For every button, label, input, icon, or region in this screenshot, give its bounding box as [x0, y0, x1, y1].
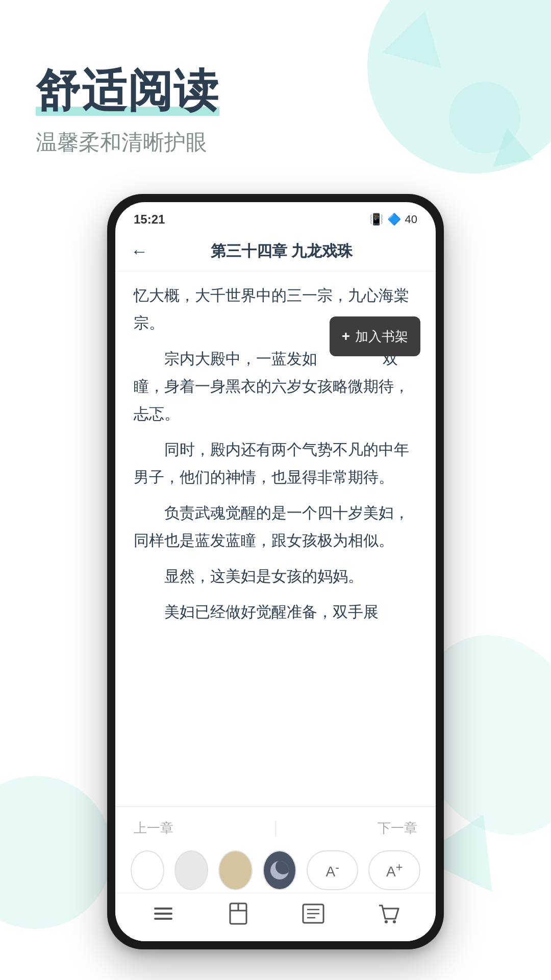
font-increase-btn[interactable]: A+: [368, 850, 420, 890]
bottom-nav-bar: [115, 893, 436, 941]
bookmark-icon: [226, 901, 251, 926]
bluetooth-icon: 🔷: [387, 213, 401, 226]
svg-rect-1: [154, 913, 172, 915]
main-title-text: 舒适阅读: [36, 65, 219, 116]
nav-divider: [276, 821, 276, 836]
sub-title: 温馨柔和清晰护眼: [36, 128, 515, 157]
phone-mockup: 15:21 📳 🔷 40 ← 第三十四章 九龙戏珠 加入书架 忆大概，大千世界中…: [107, 194, 444, 949]
nav-bookmark-btn[interactable]: [226, 901, 251, 926]
nav-content-btn[interactable]: [301, 901, 325, 926]
chapter-header: ← 第三十四章 九龙戏珠: [115, 232, 436, 272]
back-button[interactable]: ←: [131, 241, 148, 261]
content-icon: [301, 901, 325, 926]
signal-icon: 📳: [369, 213, 383, 226]
theme-dark-btn[interactable]: [263, 850, 296, 890]
font-decrease-label: A-: [325, 861, 339, 880]
chapter-title: 第三十四章 九龙戏珠: [158, 241, 420, 262]
book-content: 加入书架 忆大概，大千世界中的三一宗，九心海棠宗。 宗内大殿中，一蓝发如████…: [115, 272, 436, 644]
nav-menu-btn[interactable]: [151, 901, 176, 926]
nav-cart-btn[interactable]: [376, 901, 400, 926]
tooltip-label: 加入书架: [355, 325, 408, 349]
paragraph-6: 美妇已经做好觉醒准备，双手展: [134, 598, 417, 626]
svg-point-10: [385, 920, 388, 923]
main-title-container: 舒适阅读: [36, 66, 219, 116]
paragraph-2: 宗内大殿中，一蓝发如██████双瞳，身着一身黑衣的六岁女孩略微期待，忐忑。: [134, 345, 417, 428]
theme-lightgray-btn[interactable]: [174, 850, 208, 890]
deco-circle-bottom-left: [0, 776, 112, 929]
theme-white-btn[interactable]: [131, 850, 164, 890]
font-decrease-btn[interactable]: A-: [307, 850, 359, 890]
cart-icon: [376, 901, 400, 926]
prev-chapter-btn[interactable]: 上一章: [134, 819, 173, 837]
moon-icon: [270, 861, 289, 879]
theme-buttons-row: A- A+: [115, 850, 436, 890]
add-shelf-tooltip[interactable]: 加入书架: [330, 316, 420, 356]
next-chapter-btn[interactable]: 下一章: [378, 819, 417, 837]
svg-rect-0: [154, 908, 172, 910]
paragraph-5: 显然，这美妇是女孩的妈妈。: [134, 562, 417, 590]
phone-frame: 15:21 📳 🔷 40 ← 第三十四章 九龙戏珠 加入书架 忆大概，大千世界中…: [107, 194, 444, 949]
theme-beige-btn[interactable]: [218, 850, 252, 890]
svg-point-11: [393, 920, 396, 923]
svg-rect-2: [154, 918, 172, 920]
paragraph-3: 同时，殿内还有两个气势不凡的中年男子，他们的神情，也显得非常期待。: [134, 436, 417, 491]
paragraph-4: 负责武魂觉醒的是一个四十岁美妇，同样也是蓝发蓝瞳，跟女孩极为相似。: [134, 499, 417, 554]
phone-screen: 15:21 📳 🔷 40 ← 第三十四章 九龙戏珠 加入书架 忆大概，大千世界中…: [115, 202, 436, 941]
status-icons: 📳 🔷 40: [369, 213, 417, 226]
chapter-navigation: 上一章 下一章: [115, 806, 436, 849]
menu-icon: [151, 901, 176, 926]
battery-text: 40: [405, 213, 417, 226]
header-section: 舒适阅读 温馨柔和清晰护眼: [0, 0, 551, 177]
font-increase-label: A+: [386, 861, 403, 880]
status-time: 15:21: [134, 212, 165, 227]
status-bar: 15:21 📳 🔷 40: [115, 202, 436, 232]
